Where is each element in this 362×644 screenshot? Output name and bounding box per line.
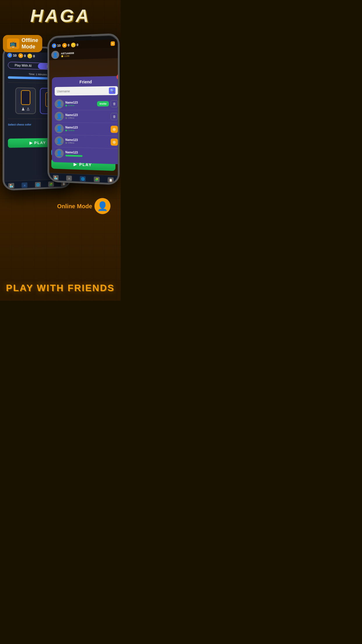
right-nav-puzzle-label: Puzzle [94,183,100,185]
online-avatar-icon: 👤 [94,198,110,214]
nav-puzzle[interactable]: 🧩 Puzzle [44,181,57,190]
friend-item-5: 👤 Name123 [55,147,118,161]
right-nav-play-online[interactable]: 🌐 Play Online [76,175,90,185]
user-avatar: 👤 [51,51,59,59]
bulb-icon: 💡 [28,54,32,59]
friend-avatar-1: 👤 [55,99,64,108]
right-menu-button[interactable]: ≡ [111,41,115,46]
friend-name-2: Name123 [65,113,109,117]
offline-badge-text: OfflineMode [22,37,38,50]
friend-info-4: Name123 Offline [65,138,109,145]
nav-play-online[interactable]: 🌐 Play Online [31,181,44,191]
right-play-offline-icon: ⚔ [66,176,72,181]
tv-icon: 📺 vs [7,38,19,49]
right-coin-icon: ● [62,43,67,48]
friend-info-5: Name123 [65,150,118,158]
friend-status-4: Offline [65,141,109,145]
offline-dot-2 [65,117,67,119]
friend-item-1: 👤 Name123 Online Invite 🗑 [55,97,118,110]
friend-item-3: 👤 Name123 Online ⊕ [55,123,118,136]
friend-status-1: Online [65,104,95,107]
friend-dialog-title: Friend [55,79,118,85]
online-mode-badge: Online Mode 👤 [0,195,116,216]
offline-dot-4 [65,142,67,144]
nav-shop[interactable]: 🏪 Shop [4,182,18,191]
friend-info-1: Name123 Online [65,101,95,107]
play-online-icon: 🌐 [35,182,41,188]
add-button-3[interactable]: ⊕ [111,126,118,133]
phones-section: ⚡ 10 ● 0 💡 0 ≡ [0,29,121,256]
nav-task-label: Task [62,187,66,189]
right-puzzle-icon: 🧩 [94,177,99,182]
loading-bar [65,155,82,157]
bulb-stat: 💡 0 [28,54,35,59]
right-nav-task[interactable]: 📋 Task [104,176,118,185]
friend-avatar-5: 👤 [55,149,64,158]
time-bar-fill [8,76,52,80]
phone-mini-single [21,90,30,105]
friend-avatar-4: 👤 [55,136,64,146]
tagline: PLAY WITH FRIENDS [0,277,121,301]
right-nav-puzzle[interactable]: 🧩 Puzzle [90,176,104,185]
friend-name-5: Name123 [65,150,118,155]
friend-avatar-2: 👤 [55,112,64,121]
right-bulb-icon: 💡 [71,43,76,48]
puzzle-icon: 🧩 [48,181,54,187]
right-bulb-stat: 💡 0 [71,43,78,48]
right-phone-screen: ⚡ 10 ● 0 💡 0 ≡ [49,39,118,185]
tab-play-with-ai[interactable]: Play With AI [8,62,38,69]
right-bolt-icon: ⚡ [52,43,56,48]
right-coin-stat: ● 0 [62,43,69,48]
option-card-single[interactable]: ♟ ♙ [15,88,36,114]
app-title: HAGA [0,0,121,29]
delete-button-2[interactable]: 🗑 [111,113,118,120]
right-phone-notch [74,36,91,41]
online-dot-3 [65,130,67,131]
friend-name-1: Name123 [65,101,95,104]
search-input[interactable] [57,89,108,93]
coin-stat: ● 0 [18,53,26,58]
nav-play-offline-label: Play Offline [19,188,30,191]
add-button-4[interactable]: ⊕ [111,139,118,146]
search-button[interactable]: 🔍 [109,88,116,94]
delete-button-1[interactable]: 🗑 [111,100,118,107]
offline-mode-badge: 📺 vs OfflineMode [3,35,42,52]
friend-info-3: Name123 Online [65,126,109,132]
bolt-icon: ⚡ [7,53,12,58]
coin-icon: ● [18,53,23,58]
nav-shop-label: Shop [9,189,14,191]
right-phone: ⚡ 10 ● 0 💡 0 ≡ [48,33,120,185]
right-bolt-stat: ⚡ 10 [52,43,61,48]
friend-status-3: Online [65,129,109,132]
vs-label: vs [11,46,15,48]
online-dot-1 [65,105,67,106]
friend-item-4: 👤 Name123 Offline ⊕ [55,135,118,148]
right-shop-icon: 🏪 [53,175,59,181]
friend-item-2: 👤 Name123 Offline 🗑 [55,110,118,123]
user-info: A87144008 ⭐ 1159 [61,50,115,57]
play-arrow-icon: ▶ [29,141,33,145]
nav-play-offline[interactable]: ⚔ Play Offline [18,182,31,191]
bolt-stat: ⚡ 10 [7,53,17,58]
nav-play-online-label: Play Online [33,188,43,190]
right-play-online-icon: 🌐 [80,176,86,182]
friend-search-bar[interactable]: 🔍 [55,86,118,95]
right-nav-play-online-label: Play Online [78,182,88,184]
friend-dialog: ✕ Friend 🔍 👤 Name123 [52,76,120,164]
shop-icon: 🏪 [8,183,14,188]
friend-info-2: Name123 Offline [65,113,109,120]
user-bar: 👤 A87144008 ⭐ 1159 [49,48,118,60]
online-badge-text: Online Mode [57,203,92,210]
invite-button-1[interactable]: Invite [97,101,109,106]
friend-avatar-3: 👤 [55,124,64,133]
right-task-icon: 📋 [108,177,114,183]
chess-pieces-single: ♟ ♙ [21,107,30,111]
play-offline-icon: ⚔ [22,182,27,188]
right-nav-task-label: Task [108,183,113,185]
friend-status-2: Offline [65,117,109,120]
nav-puzzle-label: Puzzle [48,187,54,190]
